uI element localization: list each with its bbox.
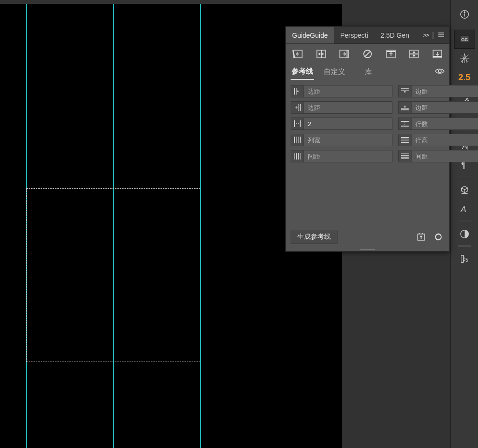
panel-menu-icon[interactable] <box>438 31 445 40</box>
svg-text:5: 5 <box>465 257 468 263</box>
margin-bottom-input[interactable] <box>412 101 478 114</box>
columns-count-input[interactable] <box>304 117 392 130</box>
clear-guides-icon[interactable] <box>360 48 375 60</box>
tab-guideguide[interactable]: GuideGuide <box>286 27 334 43</box>
fields-left-column <box>291 85 392 162</box>
panel-divider: | <box>432 31 434 40</box>
guideguide-panel: GuideGuide Perspecti 2.5D Gen >> | <box>285 26 450 252</box>
margin-left-icon <box>291 85 304 97</box>
glyphs-panel-icon[interactable]: A <box>454 200 475 219</box>
svg-text:GG: GG <box>461 37 467 42</box>
subtab-custom[interactable]: 自定义 <box>323 64 346 79</box>
3d-panel-icon[interactable] <box>454 181 475 200</box>
panel-grip-icon <box>458 245 471 247</box>
panel-grip-icon <box>458 177 471 179</box>
column-width-icon <box>291 134 304 146</box>
measure-panel-icon[interactable]: 5 <box>454 249 475 268</box>
subtab-library[interactable]: 库 <box>364 64 373 79</box>
svg-point-66 <box>404 124 405 125</box>
tab-perspective[interactable]: Perspecti <box>334 27 374 43</box>
row-height-icon <box>398 134 412 146</box>
save-preset-icon[interactable] <box>415 231 427 243</box>
margin-left-input[interactable] <box>304 85 392 97</box>
row-gutter-input[interactable] <box>412 150 478 162</box>
svg-point-65 <box>404 122 405 123</box>
guideguide-panel-icon[interactable]: GG <box>454 30 475 49</box>
subtab-guides[interactable]: 参考线 <box>291 64 314 80</box>
guide-bottom-edge-icon[interactable] <box>430 48 445 60</box>
guide-center-horizontal-icon[interactable] <box>407 48 421 60</box>
contrast-panel-icon[interactable] <box>454 224 475 244</box>
svg-point-2 <box>464 12 465 13</box>
columns-count-icon <box>291 117 304 130</box>
guide-right-edge-icon[interactable] <box>337 48 351 60</box>
svg-rect-20 <box>461 193 467 194</box>
row-height-input[interactable] <box>412 134 478 146</box>
margin-top-icon <box>398 85 412 97</box>
column-gutter-icon <box>291 150 304 162</box>
right-toolbar: GG 2.5 A ¶ A 5 <box>450 0 478 448</box>
subtab-divider <box>355 68 355 76</box>
margin-right-input[interactable] <box>304 101 392 114</box>
panel-grip-icon <box>458 26 471 28</box>
guide-vertical[interactable] <box>200 4 201 448</box>
svg-line-35 <box>365 52 370 56</box>
svg-text:A: A <box>460 204 466 214</box>
panel-tab-bar: GuideGuide Perspecti 2.5D Gen >> | <box>286 27 449 44</box>
panel-subtab-bar: 参考线 自定义 库 <box>286 64 449 80</box>
margin-top-input[interactable] <box>412 85 478 97</box>
fields-grid <box>286 80 449 162</box>
25d-gen-icon[interactable]: 2.5 <box>454 68 475 87</box>
guide-center-vertical-icon[interactable] <box>314 48 328 60</box>
visibility-eye-icon[interactable] <box>435 68 445 76</box>
panel-footer: 生成参考线 <box>286 225 449 248</box>
row-gutter-icon <box>398 150 412 162</box>
column-gutter-input[interactable] <box>304 150 392 162</box>
svg-point-42 <box>438 70 441 73</box>
perspective-burst-icon[interactable] <box>454 49 475 68</box>
svg-point-50 <box>298 123 299 124</box>
reset-icon[interactable] <box>432 231 445 243</box>
tab-25d-gen[interactable]: 2.5D Gen <box>374 27 415 43</box>
margin-right-icon <box>291 101 304 114</box>
panel-grip-icon <box>458 221 471 223</box>
svg-point-49 <box>296 123 297 124</box>
margin-bottom-icon <box>398 101 412 114</box>
selection-marquee[interactable] <box>26 188 200 362</box>
rows-count-icon <box>398 117 412 130</box>
guide-left-edge-icon[interactable] <box>291 48 305 60</box>
fields-right-column <box>398 85 478 162</box>
guide-top-edge-icon[interactable] <box>384 48 398 60</box>
panel-action-row <box>286 44 449 64</box>
panel-resize-grip-icon[interactable] <box>286 248 449 251</box>
column-width-input[interactable] <box>304 134 392 146</box>
rows-count-input[interactable] <box>412 117 478 130</box>
generate-guides-button[interactable]: 生成参考线 <box>291 230 337 244</box>
info-icon[interactable] <box>454 5 475 24</box>
collapse-panel-icon[interactable]: >> <box>423 32 428 39</box>
svg-rect-23 <box>461 256 463 263</box>
